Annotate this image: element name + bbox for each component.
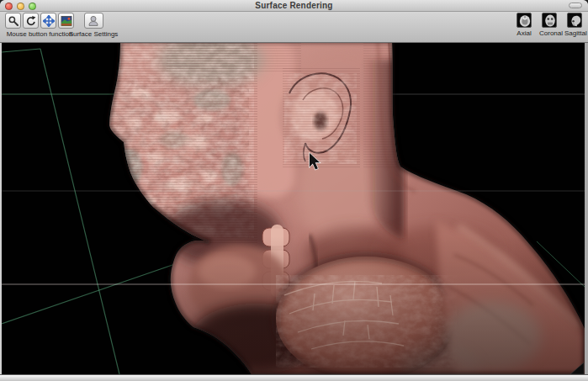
bust-icon [87,14,100,28]
toolbar: Mouse button function Surface Settings [0,12,588,43]
orientation-views-group: Axial Coronal [514,13,585,37]
sagittal-thumbnail [567,13,582,28]
coronal-label: Coronal [539,29,559,37]
render-viewport [2,43,585,374]
coronal-thumbnail [542,13,557,28]
coronal-view-button[interactable]: Coronal [539,13,559,37]
axial-view-button[interactable]: Axial [514,13,534,37]
rotate-arrow-icon [25,15,37,27]
move-arrows-icon [43,15,55,27]
axial-label: Axial [514,29,534,37]
render-canvas[interactable] [2,43,585,374]
viewport-frame [0,43,588,374]
axial-thumbnail [516,13,532,28]
window-bottom-edge [0,374,588,381]
mouse-button-function-label: Mouse button function [5,30,74,38]
surface-rendering-window: Surface Rendering [0,0,588,381]
surface-settings-label: Surface Settings [67,30,119,38]
window-title: Surface Rendering [0,1,588,10]
magnify-tool-button[interactable] [5,13,21,29]
surface-settings-button[interactable] [84,13,103,29]
sagittal-view-button[interactable]: Sagittal [564,13,585,37]
sagittal-label: Sagittal [564,29,585,37]
magnifier-icon [8,15,19,27]
mouse-button-function-group: Mouse button function [5,13,74,38]
rotate-tool-button[interactable] [23,13,39,29]
surface-settings-group: Surface Settings [67,13,119,38]
pan-tool-button[interactable] [40,13,56,29]
titlebar[interactable]: Surface Rendering [0,0,588,12]
toolbar-toggle-pill[interactable] [569,3,582,8]
